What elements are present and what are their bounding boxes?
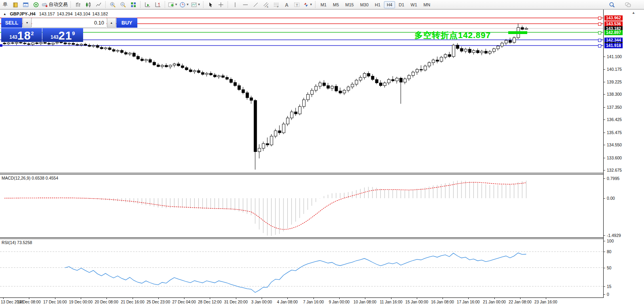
candle-body — [440, 57, 443, 61]
candle-body — [218, 76, 220, 77]
scale-tick — [604, 94, 605, 95]
candle-body — [319, 83, 321, 86]
candle-body — [185, 68, 188, 70]
candle-body — [205, 73, 208, 74]
tile-windows-icon[interactable] — [128, 0, 139, 9]
new-order-button[interactable]: 单 — [0, 0, 10, 9]
hline-right-handle[interactable] — [598, 17, 601, 20]
macd-rsi-separator[interactable] — [0, 237, 644, 239]
hline-right-handle[interactable] — [598, 23, 601, 26]
equidistant-channel-icon[interactable]: E — [261, 0, 271, 9]
hline-right-handle[interactable] — [598, 39, 601, 42]
bid-price[interactable]: 143 18 2 — [1, 28, 42, 42]
periods-icon[interactable]: ▼ — [179, 0, 190, 9]
data-window-icon[interactable] — [21, 0, 31, 9]
timeframe-m5[interactable]: M5 — [330, 1, 342, 8]
ask-price-prefix: 143 — [51, 34, 59, 40]
timeframe-mn[interactable]: MN — [421, 1, 433, 8]
zoom-out-icon[interactable] — [118, 0, 128, 9]
scroll-marker-icon[interactable]: ▲ — [632, 11, 635, 15]
time-tick-label: 4 Jan 08:00 — [277, 300, 298, 304]
toolbar-separator — [228, 1, 228, 8]
candle-body — [84, 44, 87, 45]
main-macd-separator[interactable] — [0, 173, 644, 174]
fibonacci-icon[interactable]: F — [271, 0, 281, 9]
svg-text:E: E — [267, 6, 268, 8]
chat-icon[interactable] — [623, 0, 633, 9]
turning-point-annotation[interactable]: 多空转折点142.897 — [414, 30, 491, 41]
scale-tick — [604, 252, 605, 252]
zoom-in-icon[interactable] — [108, 0, 118, 9]
candle-body — [302, 100, 305, 106]
candle-body — [501, 43, 503, 46]
candle-body — [129, 53, 131, 54]
auto-scroll-icon[interactable] — [142, 0, 153, 9]
price-scale: 141.100140.175139.225138.300137.350136.4… — [603, 9, 644, 298]
volume-input[interactable] — [32, 18, 106, 28]
text-label-icon[interactable]: T — [292, 0, 302, 9]
candle-body — [120, 50, 123, 52]
hline-right-handle[interactable] — [598, 44, 601, 47]
rsi-tick: 80 — [607, 249, 612, 254]
macd-signal-line — [4, 182, 526, 229]
candle-body — [282, 124, 285, 133]
time-axis: 13 Dec 201814 Dec 08:0017 Dec 16:0019 De… — [0, 298, 644, 305]
templates-icon[interactable]: ▼ — [190, 0, 201, 9]
candle-body — [388, 80, 390, 83]
candle-body — [238, 85, 241, 89]
hline-right-handle[interactable] — [598, 31, 601, 34]
search-icon[interactable] — [607, 0, 617, 9]
candle-body — [149, 60, 152, 63]
toolbar-group — [108, 0, 139, 9]
candle-body — [456, 45, 459, 49]
bid-price-prefix: 143 — [9, 34, 17, 40]
line-chart-icon[interactable] — [93, 0, 104, 9]
arrow-tools-icon[interactable]: ▼ — [302, 0, 313, 9]
timeframe-m15[interactable]: M15 — [342, 1, 356, 8]
trendline-icon[interactable] — [251, 0, 261, 9]
macd-tick: 0.7995 — [607, 176, 619, 181]
timeframe-w1[interactable]: W1 — [408, 1, 420, 8]
time-axis-separator — [0, 297, 644, 298]
volume-decrease-button[interactable]: ▼ — [23, 18, 32, 28]
candlestick-chart-icon[interactable] — [83, 0, 93, 9]
candle-body — [452, 45, 455, 57]
chart-shift-icon[interactable] — [153, 0, 163, 9]
candle-body — [473, 51, 475, 53]
timeframe-m30[interactable]: M30 — [357, 1, 371, 8]
navigator-icon[interactable] — [31, 0, 41, 9]
candle-body — [222, 76, 224, 77]
scale-tick — [604, 241, 605, 241]
crosshair-icon[interactable] — [216, 0, 226, 9]
indicators-icon[interactable]: ▼ — [167, 0, 179, 9]
volume-increase-button[interactable]: ▲ — [107, 18, 116, 28]
horizontal-line-icon[interactable] — [240, 0, 251, 9]
sell-button[interactable]: SELL — [1, 18, 22, 28]
turning-point-rectangle[interactable] — [508, 31, 527, 34]
vertical-line-icon[interactable] — [230, 0, 240, 9]
hline-left-handle[interactable] — [0, 44, 2, 47]
timeframe-h4[interactable]: H4 — [384, 1, 395, 8]
timeframe-m1[interactable]: M1 — [318, 1, 329, 8]
collapse-panel-icon[interactable]: ▲ — [3, 12, 6, 16]
bar-chart-icon[interactable] — [73, 0, 83, 9]
candle-body — [19, 42, 22, 43]
cursor-icon[interactable] — [205, 0, 216, 9]
time-tick-label: 17 Dec 16:00 — [43, 300, 67, 304]
ask-price-pip: 9 — [72, 30, 75, 36]
candle-body — [44, 43, 46, 44]
buy-button[interactable]: BUY — [116, 18, 137, 28]
autotrading-button[interactable]: 自动交易 — [41, 0, 69, 9]
candle-body — [436, 60, 439, 61]
candle-body — [108, 48, 111, 49]
time-tick-label: 19 Dec 00:00 — [69, 300, 93, 304]
time-tick-label: 21 Dec 16:00 — [121, 300, 144, 304]
main-price-tick: 136.425 — [607, 117, 622, 122]
timeframe-d1[interactable]: D1 — [396, 1, 407, 8]
candle-body — [416, 69, 418, 72]
timeframe-h1[interactable]: H1 — [372, 1, 383, 8]
candle-body — [157, 65, 160, 66]
ask-price[interactable]: 143 21 9 — [42, 28, 83, 42]
market-watch-icon[interactable] — [10, 0, 21, 9]
text-icon[interactable]: A — [281, 0, 292, 9]
